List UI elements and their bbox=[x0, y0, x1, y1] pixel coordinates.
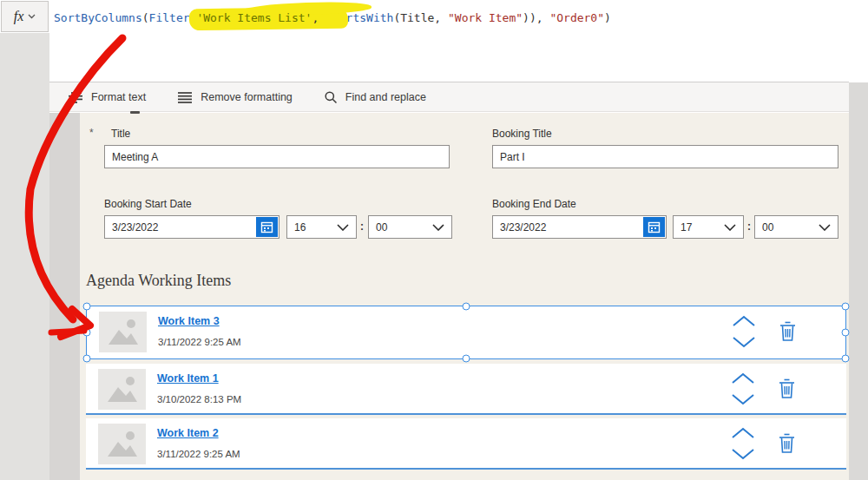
formula-token: SortByColumns bbox=[54, 11, 142, 24]
search-icon bbox=[324, 90, 338, 104]
booking-start-date-label: Booking Start Date bbox=[104, 198, 192, 210]
trash-icon[interactable] bbox=[778, 319, 798, 343]
formula-token: ) bbox=[604, 11, 611, 24]
work-item-link[interactable]: Work Item 1 bbox=[157, 372, 219, 385]
selection-handle[interactable] bbox=[842, 355, 850, 363]
formula-token: Title bbox=[400, 11, 434, 24]
selection-handle[interactable] bbox=[463, 303, 470, 311]
fx-dropdown-button[interactable]: fx bbox=[1, 1, 49, 32]
trash-icon[interactable] bbox=[777, 431, 797, 455]
gallery-row-selected[interactable]: Work Item 3 3/11/2022 9:25 AM bbox=[86, 306, 846, 359]
work-item-link[interactable]: Work Item 2 bbox=[157, 427, 219, 439]
left-panel-edge bbox=[49, 113, 80, 480]
selection-handle[interactable] bbox=[83, 355, 91, 363]
formula-token: Filter bbox=[149, 11, 190, 24]
image-placeholder-icon bbox=[99, 312, 147, 352]
required-marker: * bbox=[89, 127, 94, 139]
booking-start-minute-dropdown[interactable]: 00 bbox=[368, 215, 452, 239]
agenda-heading: Agenda Working Items bbox=[86, 272, 231, 290]
cutoff-element-fragment bbox=[130, 111, 140, 114]
chevron-down-icon[interactable] bbox=[731, 336, 757, 349]
formula-token: "Order0" bbox=[549, 11, 604, 24]
format-text-button[interactable]: Format text bbox=[68, 91, 146, 103]
title-input[interactable] bbox=[104, 145, 450, 168]
chevron-up-icon[interactable] bbox=[731, 314, 757, 327]
booking-start-calendar-button[interactable] bbox=[256, 217, 278, 237]
formula-toolbar: Format text Remove formatting Find and r… bbox=[49, 82, 849, 112]
booking-start-date-picker[interactable]: 3/23/2022 bbox=[104, 215, 279, 239]
remove-formatting-label: Remove formatting bbox=[201, 91, 293, 103]
formula-token-highlighted: 'Work Items List' bbox=[196, 11, 312, 24]
remove-formatting-button[interactable]: Remove formatting bbox=[177, 91, 293, 103]
scrollbar-track[interactable] bbox=[849, 82, 868, 480]
chevron-down-icon[interactable] bbox=[730, 393, 756, 406]
chevron-down-icon bbox=[819, 224, 831, 231]
formula-token: )), bbox=[523, 11, 549, 24]
formula-token: , bbox=[434, 11, 448, 24]
trash-icon[interactable] bbox=[777, 377, 797, 400]
work-item-link[interactable]: Work Item 3 bbox=[158, 315, 220, 327]
booking-end-minute-value: 00 bbox=[762, 221, 773, 233]
selection-handle[interactable] bbox=[83, 329, 91, 337]
formula-input[interactable]: SortByColumns(Filter('Work Items List', … bbox=[54, 11, 611, 24]
chevron-down-icon bbox=[432, 224, 444, 231]
gallery-row[interactable]: Work Item 2 3/11/2022 9:25 AM bbox=[86, 418, 846, 470]
booking-end-hour-dropdown[interactable]: 17 bbox=[673, 215, 744, 239]
booking-end-date-value: 3/23/2022 bbox=[500, 221, 546, 233]
image-placeholder-icon bbox=[98, 369, 146, 410]
chevron-down-icon bbox=[724, 224, 736, 231]
chevron-up-icon[interactable] bbox=[730, 372, 756, 385]
chevron-up-icon[interactable] bbox=[730, 426, 756, 439]
chevron-down-icon bbox=[337, 224, 349, 231]
chevron-down-icon[interactable] bbox=[730, 448, 756, 461]
selection-handle[interactable] bbox=[463, 355, 470, 363]
selection-handle[interactable] bbox=[842, 303, 850, 311]
calendar-icon bbox=[260, 220, 273, 233]
booking-start-hour-value: 16 bbox=[294, 221, 306, 233]
work-item-timestamp: 3/11/2022 9:25 AM bbox=[158, 337, 241, 347]
time-separator: : bbox=[747, 220, 751, 233]
booking-start-date-value: 3/23/2022 bbox=[112, 221, 158, 233]
booking-end-date-label: Booking End Date bbox=[492, 198, 576, 210]
format-text-icon bbox=[68, 91, 83, 103]
booking-end-date-picker[interactable]: 3/23/2022 bbox=[492, 215, 667, 239]
formula-token-highlighted: , bbox=[312, 11, 326, 24]
booking-end-hour-value: 17 bbox=[681, 221, 692, 233]
selection-handle[interactable] bbox=[83, 303, 91, 311]
fx-label: fx bbox=[14, 9, 24, 24]
app-canvas: fx SortByColumns(Filter('Work Items List… bbox=[0, 0, 868, 480]
gallery-row[interactable]: Work Item 1 3/10/2022 8:13 PM bbox=[86, 364, 846, 415]
booking-end-calendar-button[interactable] bbox=[643, 217, 665, 237]
booking-title-label: Booking Title bbox=[492, 128, 552, 140]
title-label: Title bbox=[111, 128, 130, 140]
left-gutter bbox=[0, 33, 49, 480]
work-item-timestamp: 3/11/2022 9:25 AM bbox=[157, 449, 240, 459]
chevron-down-icon bbox=[28, 14, 36, 19]
formula-token: "Work Item" bbox=[448, 11, 523, 24]
image-placeholder-icon bbox=[98, 424, 146, 464]
selection-handle[interactable] bbox=[842, 329, 850, 337]
remove-formatting-icon bbox=[177, 91, 193, 103]
calendar-icon bbox=[648, 220, 661, 233]
formula-token: ( bbox=[142, 11, 149, 24]
find-and-replace-label: Find and replace bbox=[345, 91, 426, 103]
format-text-label: Format text bbox=[91, 91, 146, 103]
marker-highlight: 'Work Items List', bbox=[196, 11, 326, 24]
booking-title-input[interactable] bbox=[492, 145, 838, 168]
find-and-replace-button[interactable]: Find and replace bbox=[324, 90, 426, 104]
booking-start-minute-value: 00 bbox=[376, 221, 387, 233]
booking-end-minute-dropdown[interactable]: 00 bbox=[754, 215, 838, 239]
work-item-timestamp: 3/10/2022 8:13 PM bbox=[157, 394, 241, 404]
booking-start-hour-dropdown[interactable]: 16 bbox=[286, 215, 357, 239]
time-separator: : bbox=[360, 220, 364, 233]
